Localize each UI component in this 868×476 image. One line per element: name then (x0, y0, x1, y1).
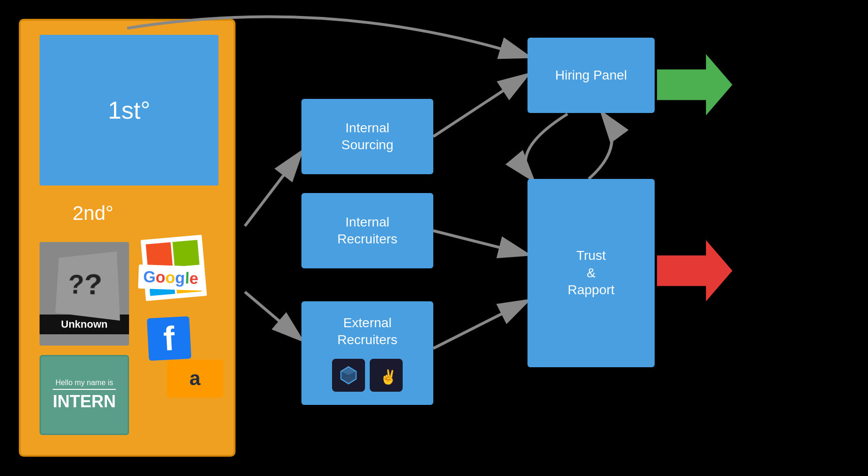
ms-green-square (172, 240, 199, 266)
tech-logos-area: Google f a (138, 237, 233, 449)
svg-line-0 (245, 153, 300, 226)
external-recruiters-label: ExternalRecruiters (337, 315, 397, 349)
internal-sourcing-box: InternalSourcing (301, 99, 433, 174)
name-tag-hello: Hello my name is (56, 379, 114, 387)
gem-icon (338, 365, 359, 386)
svg-line-1 (245, 292, 300, 339)
peace-icon-box: ✌ (370, 359, 403, 392)
diagram-container: 1st° 2nd° ?? Unknown Hello my name is IN… (9, 9, 857, 466)
internal-recruiters-label: InternalRecruiters (337, 214, 397, 248)
question-icon: ?? (56, 251, 120, 321)
hiring-panel-box: Hiring Panel (527, 38, 655, 113)
svg-line-3 (433, 231, 527, 254)
svg-line-2 (433, 75, 527, 137)
name-tag-name: INTERN (53, 389, 116, 411)
peace-hand-icon: ✌ (376, 365, 397, 386)
green-outcome-arrow (657, 54, 732, 115)
amazon-logo: a (167, 360, 223, 397)
hiring-panel-label: Hiring Panel (555, 67, 627, 84)
svg-text:✌: ✌ (380, 369, 397, 386)
external-recruiter-icons: ✌ (332, 359, 403, 392)
red-outcome-arrow (657, 240, 732, 301)
second-degree-label: 2nd° (73, 202, 114, 225)
external-recruiters-box: ExternalRecruiters ✌ (301, 301, 433, 405)
gem-icon-box (332, 359, 365, 392)
name-tag: Hello my name is INTERN (40, 355, 129, 435)
trust-rapport-label: Trust&Rapport (568, 247, 615, 299)
unknown-card: ?? Unknown (40, 242, 129, 346)
trust-rapport-box: Trust&Rapport (527, 179, 655, 367)
network-degree-box: 1st° (40, 35, 219, 186)
internal-recruiters-box: InternalRecruiters (301, 193, 433, 268)
orange-panel: 1st° 2nd° ?? Unknown Hello my name is IN… (19, 19, 235, 457)
svg-line-4 (433, 301, 527, 348)
facebook-logo: f (147, 316, 192, 361)
internal-sourcing-label: InternalSourcing (341, 120, 394, 154)
first-degree-label: 1st° (108, 96, 150, 124)
google-logo: Google (138, 265, 203, 291)
